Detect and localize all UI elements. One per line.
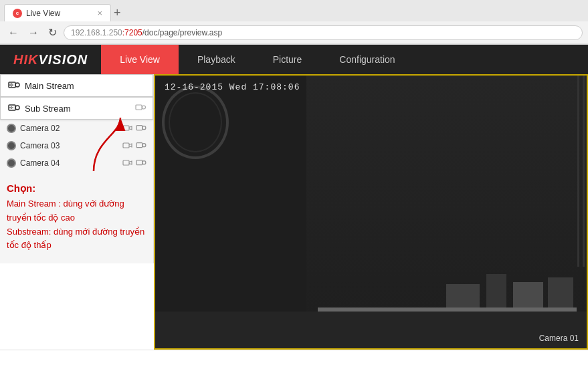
camera-item-04[interactable]: Camera 04 [0, 154, 153, 172]
tab-configuration[interactable]: Configuration [320, 45, 413, 74]
shelf-item-4 [446, 284, 480, 308]
main-stream-icon [7, 80, 21, 91]
svg-point-17 [142, 144, 146, 147]
camera-scene [155, 76, 587, 348]
annotation-choose: Chọn: [7, 182, 146, 195]
svg-point-6 [15, 106, 19, 110]
fan-inner [169, 92, 222, 152]
svg-point-1 [15, 83, 19, 87]
tab-playback[interactable]: Playback [179, 45, 254, 74]
shelf-item-2 [513, 282, 543, 308]
address-path: /doc/page/preview.asp [142, 28, 222, 37]
tab-favicon: c [13, 9, 22, 18]
svg-rect-10 [136, 105, 142, 110]
shelf-item-1 [548, 277, 573, 308]
camera-item-02[interactable]: Camera 02 [0, 120, 153, 137]
annotation-main-stream-text: Main Stream : dùng với đường truyền tốc … [7, 197, 146, 225]
video-timestamp: 12-16-2015 Wed 17:08:06 [165, 82, 300, 92]
browser-chrome: c Live View × + ← → ↻ 192.168.1.250:7205… [0, 0, 588, 45]
hikvision-logo: HIKVISION [0, 52, 101, 68]
cam04-icon-b [136, 159, 146, 167]
forward-button[interactable]: → [25, 25, 41, 40]
camera-03-indicator [7, 141, 16, 150]
new-tab-button[interactable]: + [114, 6, 121, 20]
svg-rect-15 [123, 143, 129, 148]
tab-bar: c Live View × + [0, 0, 588, 21]
video-area: 12-16-2015 Wed 17:08:06 Camera 01 [154, 74, 588, 350]
sidebar-wrapper: Main Stream Sub Stream [0, 74, 154, 350]
refresh-button[interactable]: ↻ [45, 25, 60, 40]
camera-03-icons [122, 142, 146, 150]
tab-picture[interactable]: Picture [254, 45, 321, 74]
svg-point-14 [142, 126, 146, 130]
sub-stream-label: Sub Stream [25, 104, 71, 114]
main-content: Main Stream Sub Stream [0, 74, 588, 350]
camera-02-indicator [7, 124, 16, 133]
logo-vision: VISION [38, 52, 88, 67]
svg-rect-12 [123, 126, 129, 130]
camera-03-label: Camera 03 [20, 141, 60, 150]
svg-point-11 [142, 106, 146, 109]
shelf-item-3 [486, 274, 506, 308]
camera-02-label: Camera 02 [20, 124, 60, 133]
tab-live-view[interactable]: Live View [101, 45, 179, 74]
sidebar-item-main-stream[interactable]: Main Stream [0, 74, 153, 97]
video-frame: 12-16-2015 Wed 17:08:06 Camera 01 [154, 74, 588, 350]
camera-item-03[interactable]: Camera 03 [0, 137, 153, 154]
cam03-icon-a [122, 142, 133, 150]
sub-stream-right-icons [135, 104, 146, 112]
cam-icon-b [136, 124, 146, 132]
camera-label: Camera 01 [539, 334, 579, 343]
svg-rect-16 [136, 143, 142, 148]
cam03-icon-b [136, 142, 146, 150]
app: HIKVISION Live View Playback Picture Con… [0, 45, 588, 369]
tab-title: Live View [26, 9, 60, 18]
sidebar: Main Stream Sub Stream [0, 74, 154, 263]
camera-04-indicator [7, 158, 16, 168]
tab-close-button[interactable]: × [97, 8, 102, 18]
sub-stream-icon [7, 103, 21, 114]
vertical-bars [577, 76, 585, 267]
address-host: :7205 [122, 28, 142, 37]
annotation-sub-stream-text: Substream: dùng mới đường truyền tốc độ … [7, 225, 146, 253]
svg-point-20 [142, 161, 146, 164]
nav-tabs: Live View Playback Picture Configuration [101, 45, 413, 74]
svg-rect-19 [136, 160, 142, 165]
svg-rect-18 [123, 160, 129, 165]
logo-hik: HIK [13, 52, 38, 67]
cam-icon-a [122, 124, 133, 132]
sidebar-item-sub-stream[interactable]: Sub Stream [0, 97, 153, 120]
camera-02-icons [122, 124, 146, 132]
video-background: 12-16-2015 Wed 17:08:06 Camera 01 [155, 76, 587, 348]
floor [155, 312, 587, 348]
address-bar: ← → ↻ 192.168.1.250:7205/doc/page/previe… [0, 21, 588, 44]
annotation-area: Chọn: Main Stream : dùng với đường truyề… [0, 172, 153, 263]
address-scheme: 192.168.1.250 [71, 28, 122, 37]
address-input[interactable]: 192.168.1.250:7205/doc/page/preview.asp [64, 25, 583, 40]
main-stream-label: Main Stream [25, 81, 74, 91]
active-tab[interactable]: c Live View × [4, 4, 111, 21]
camera-04-label: Camera 04 [20, 158, 60, 168]
back-button[interactable]: ← [5, 25, 21, 40]
cam04-icon-a [122, 159, 133, 167]
camera-04-icons [122, 159, 146, 167]
bottom-bar [0, 350, 588, 369]
favicon-letter: c [16, 10, 19, 16]
svg-rect-13 [136, 126, 142, 130]
sub-stream-right-icon1 [135, 104, 146, 112]
app-header: HIKVISION Live View Playback Picture Con… [0, 45, 588, 74]
